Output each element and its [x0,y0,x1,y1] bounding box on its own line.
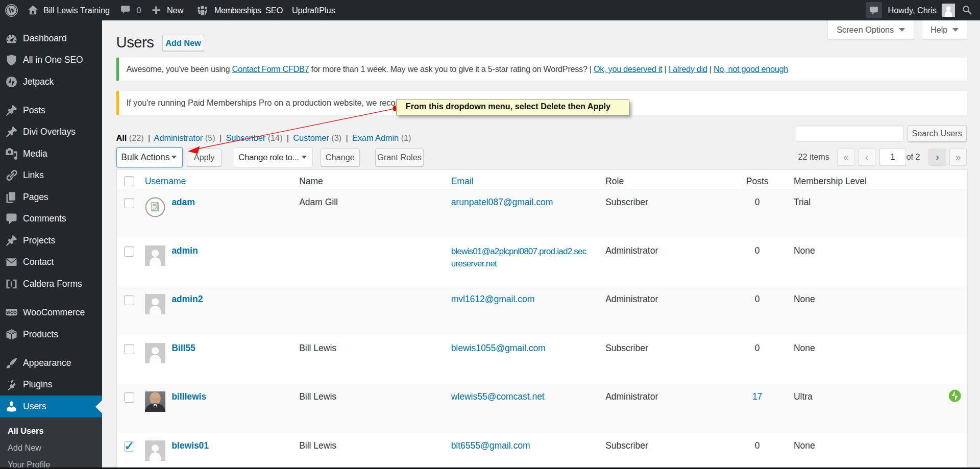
svg-text:WOO: WOO [6,310,16,315]
svg-text:W: W [8,7,15,14]
